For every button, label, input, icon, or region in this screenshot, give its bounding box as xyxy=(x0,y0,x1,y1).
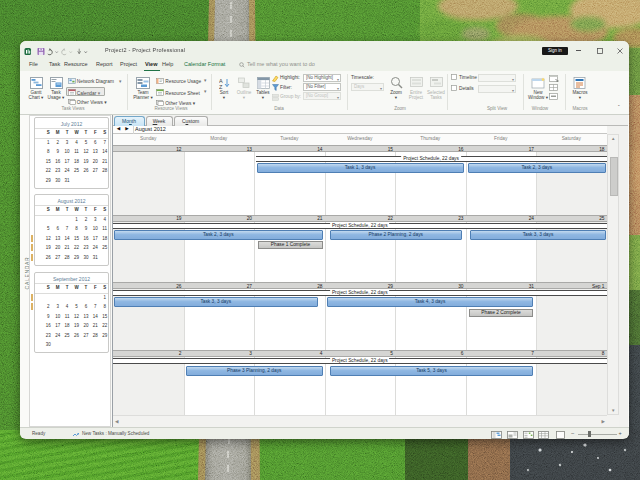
svg-text:Z: Z xyxy=(219,84,223,90)
